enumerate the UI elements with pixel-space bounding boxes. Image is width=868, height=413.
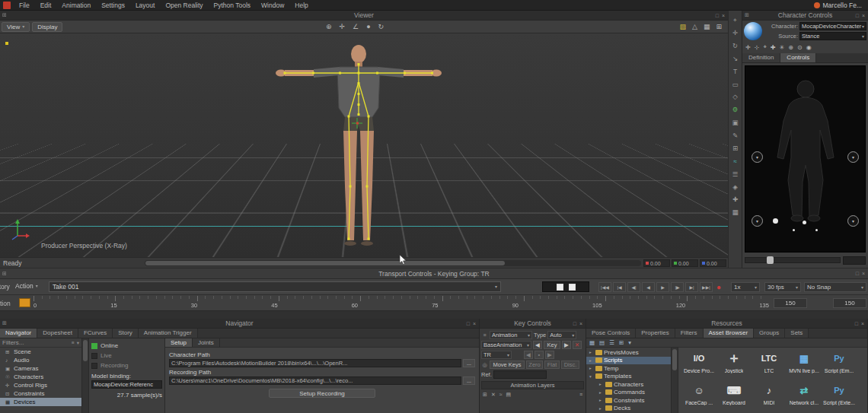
tree-item-characters[interactable]: ☉Characters [0,373,81,381]
clip-display-box[interactable] [542,281,589,292]
scrollbar-thumb[interactable] [145,261,505,265]
rotate-tool-icon[interactable]: ↻ [732,43,738,49]
tab-properties[interactable]: Properties [636,329,675,338]
gem-tool-icon[interactable]: ◈ [732,184,738,191]
asset-device-pro[interactable]: I/ODevice Pro... [681,349,716,381]
tree-item-audio[interactable]: ♪Audio [0,356,81,364]
set-key-button[interactable]: Key [544,341,560,349]
select-tool-icon[interactable]: ⌖ [733,17,737,24]
range-end-field[interactable]: 150 [774,298,807,308]
go-to-start-button[interactable]: |◀◀ [598,282,611,292]
character-path-field[interactable]: C:\Program Files\Autodesk\MotionBuilder … [169,359,461,367]
keying-mode-icon[interactable]: ⊹ [755,44,760,51]
panel-menu-icon[interactable]: ⊞ [745,12,749,18]
asset-midi[interactable]: ♪MIDI [752,381,787,413]
close-panel-icon[interactable]: × [862,271,865,276]
pan-tool-icon[interactable]: ⊕ [326,23,332,30]
tile-view-icon[interactable]: ⊞ [619,339,624,346]
step-back-button[interactable]: ◀| [627,282,640,292]
menu-layout[interactable]: Layout [130,0,161,11]
asset-joystick[interactable]: ✛Joystick [716,349,752,381]
expand-control-ring[interactable]: ▾ [752,151,763,163]
tab-asset-browser[interactable]: Asset Browser [704,329,755,338]
panel-menu-icon[interactable]: ⊞ [2,320,7,326]
asset-sp[interactable]: ◧Sp... [857,381,867,413]
keying-mode-icon[interactable]: ⊙ [797,44,803,51]
panel-menu-icon[interactable]: ⊞ [2,271,7,277]
region-tool-icon[interactable]: ▭ [732,81,738,88]
online-label[interactable]: Online [101,342,118,349]
tab-story[interactable]: Story [113,329,139,338]
orbit-tool-icon[interactable]: ↻ [378,23,385,30]
float-panel-icon[interactable]: □ [467,321,470,326]
menu-icon[interactable]: ≡ [481,332,488,338]
tab-dopesheet[interactable]: Dopesheet [37,329,78,338]
float-panel-icon[interactable]: □ [856,271,859,276]
float-panel-icon[interactable]: □ [856,13,859,18]
menu-help[interactable]: Help [289,0,313,11]
delete-key-button[interactable]: ✕ [573,341,582,349]
display-menu-button[interactable]: Display [32,22,62,32]
chevron-down-icon[interactable]: ▾ [628,339,631,346]
filter-menu-icon[interactable]: ≡ [72,340,75,346]
folder-decks[interactable]: ▸Decks [586,405,671,413]
blend-value-field[interactable] [843,256,866,265]
prev-key-disabled-button[interactable]: ◀ [524,351,533,359]
pen-tool-icon[interactable]: ✎ [732,132,738,139]
tab-groups[interactable]: Groups [754,329,785,338]
tab-setup[interactable]: Setup [165,338,193,347]
plus-tool-icon[interactable]: ✚ [732,196,738,203]
expand-control-ring[interactable]: ▾ [752,215,763,227]
character-representation[interactable]: ▾ ▾ ▾ ▾ [745,65,866,253]
tree-item-scene[interactable]: ⊞Scene [0,348,81,356]
character-select[interactable]: MocapDeviceCharacter ▾ [799,22,866,30]
zero-button[interactable]: Zero [526,361,543,369]
tree-item-devices[interactable]: ▦Devices [0,398,81,406]
key-type-select[interactable]: Auto▾ [547,331,576,339]
folder-templates[interactable]: ▾Templates [586,373,671,381]
account-menu[interactable]: Marcello Fe... [814,2,868,9]
settings-tool-icon[interactable]: ⚙ [732,106,739,113]
tab-controls[interactable]: Controls [780,53,816,62]
shading-mode-icon[interactable]: ▨ [680,23,687,30]
scrollbar-thumb[interactable] [83,340,88,361]
previous-key-button[interactable]: |◀ [613,282,626,292]
key-marker-button[interactable]: ▪ [535,351,544,359]
timeline-ruler[interactable]: 0 15 30 45 60 75 90 105 120 135 [34,296,769,310]
expand-control-ring[interactable]: ▾ [847,215,859,227]
next-key-disabled-button[interactable]: ▶ [545,351,554,359]
foot-effector-dot[interactable] [815,229,818,231]
add-view-icon[interactable]: ⊞ [732,145,738,152]
blend-slider[interactable] [745,257,841,263]
model-binding-select[interactable]: MocapDevice:Referenc [91,380,162,389]
flat-button[interactable]: Flat [544,361,560,369]
asset-script-embedded[interactable]: PyScript (Em... [822,349,857,381]
panel-menu-icon[interactable]: ⊞ [2,12,7,18]
tree-scrollbar[interactable] [82,338,89,413]
menu-open-reality[interactable]: Open Reality [160,0,208,11]
menu-animation[interactable]: Animation [56,0,96,11]
filters-row[interactable]: Filters... ≡ ▾ [0,338,81,348]
shape-tool-icon[interactable]: ◇ [732,94,738,100]
move-keys-button[interactable]: Move Keys [490,361,525,369]
layout-toggle-icon[interactable]: ⊞ [716,23,722,30]
float-panel-icon[interactable]: □ [855,321,858,326]
folder-temp[interactable]: ▸Temp [586,364,671,373]
ruler-tool-icon[interactable]: ∠ [353,23,359,30]
blend-slider-thumb[interactable] [767,256,774,264]
keying-mode-icon[interactable]: ✛ [745,44,751,51]
wireframe-mode-icon[interactable]: △ [692,23,697,30]
keying-mode-icon[interactable]: ⌖ [763,43,767,51]
keying-mode-icon[interactable]: ✚ [771,44,776,51]
current-frame-marker[interactable] [19,298,30,307]
menu-window[interactable]: Window [256,0,289,11]
step-forward-button[interactable]: |▶ [671,282,684,292]
close-panel-icon[interactable]: × [861,321,864,326]
animation-layer-select[interactable]: BaseAnimation▾ [481,341,531,349]
keying-mode-icon[interactable]: ✳ [780,44,785,51]
effector-dot[interactable] [803,221,806,224]
action-mode-select[interactable]: Action ▾ [15,282,38,290]
disc-button[interactable]: Disc. [561,361,579,369]
close-panel-icon[interactable]: × [722,13,725,18]
folder-commands[interactable]: ▸Commands [586,389,671,397]
